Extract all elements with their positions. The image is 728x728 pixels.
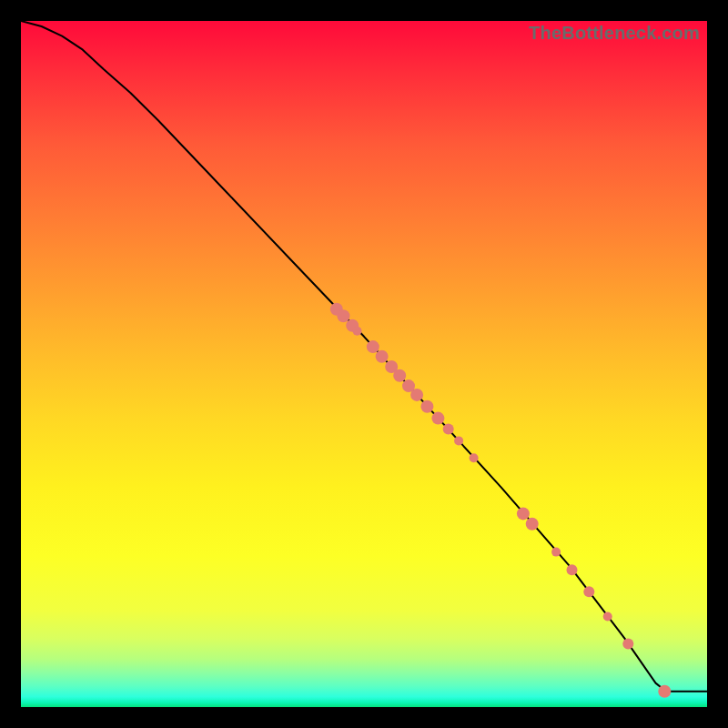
watermark-text: TheBottleneck.com [529, 23, 700, 44]
data-point [526, 518, 539, 531]
data-point [622, 639, 633, 650]
chart-svg [21, 21, 707, 707]
data-points [330, 303, 672, 698]
data-point [353, 327, 362, 336]
data-point [454, 436, 463, 445]
data-point [410, 389, 423, 401]
data-point [376, 350, 389, 363]
data-point [367, 340, 379, 353]
data-point [567, 564, 578, 575]
data-point [517, 507, 530, 520]
bottleneck-curve [21, 21, 707, 692]
data-point [393, 369, 406, 382]
data-point [658, 685, 671, 698]
data-point [443, 424, 454, 435]
data-point [583, 586, 594, 597]
plot-area: TheBottleneck.com [21, 21, 707, 707]
data-point [470, 453, 479, 462]
data-point [551, 548, 561, 557]
data-point [603, 612, 612, 622]
chart-frame: TheBottleneck.com [0, 0, 728, 728]
data-point [431, 412, 444, 425]
data-point [337, 309, 349, 322]
data-point [420, 400, 433, 413]
